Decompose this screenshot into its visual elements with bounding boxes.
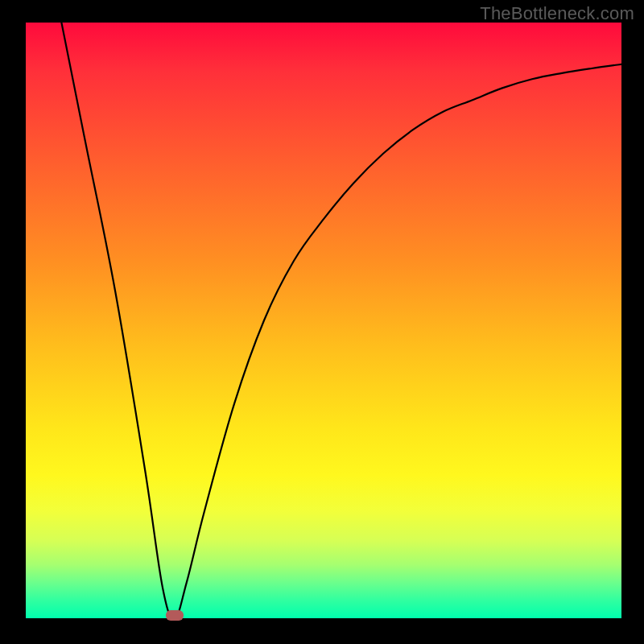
bottleneck-marker: [166, 610, 184, 621]
curve-path: [61, 23, 621, 618]
watermark-text: TheBottleneck.com: [480, 3, 634, 24]
chart-stage: TheBottleneck.com: [0, 0, 644, 644]
plot-area: [26, 23, 621, 618]
curve-svg: [26, 23, 621, 618]
